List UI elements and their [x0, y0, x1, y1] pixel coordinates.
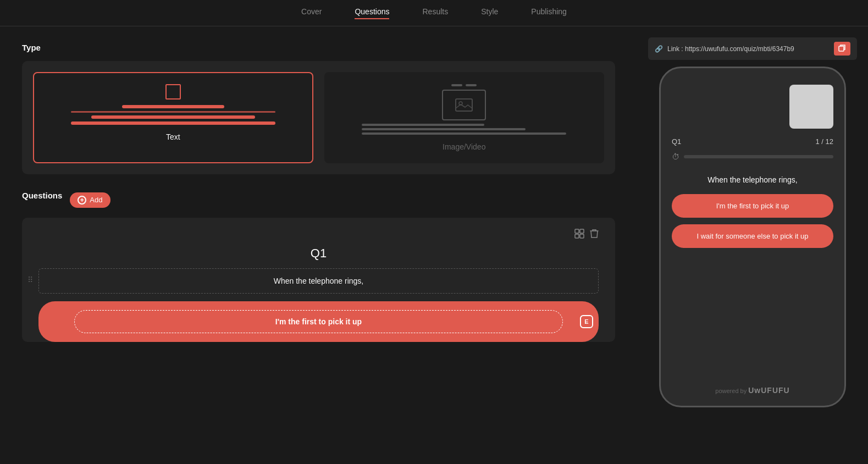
- question-card: ⠿: [22, 218, 615, 342]
- progress-bar-container: ⏱: [672, 152, 833, 161]
- nav-cover[interactable]: Cover: [301, 7, 322, 19]
- phone-question-row: Q1 1 / 12: [672, 137, 833, 146]
- svg-rect-2: [575, 229, 579, 233]
- brand-name: UwUFUFU: [748, 386, 789, 395]
- question-text-field[interactable]: When the telephone rings,: [38, 268, 599, 294]
- image-video-card-label: Image/Video: [443, 142, 485, 151]
- type-card-text[interactable]: Text: [33, 72, 313, 163]
- progress-bar: [684, 155, 833, 158]
- text-lines: [71, 105, 275, 125]
- clock-icon: ⏱: [672, 152, 679, 161]
- text-icon-square: [165, 84, 181, 100]
- phone-question-count: 1 / 12: [815, 137, 833, 146]
- phone-footer: powered by UwUFUFU: [672, 375, 833, 395]
- copy-link-button[interactable]: [834, 42, 850, 56]
- add-question-button[interactable]: + Add: [70, 192, 110, 208]
- expand-button[interactable]: [574, 229, 584, 241]
- text-line-medium: [91, 115, 255, 119]
- questions-section-label: Questions: [22, 191, 62, 200]
- image-type-icon: [336, 84, 593, 135]
- delete-button[interactable]: [590, 229, 599, 241]
- nav-publishing[interactable]: Publishing: [531, 7, 567, 19]
- type-section-label: Type: [22, 43, 615, 52]
- image-dot-2: [466, 84, 477, 86]
- phone-answer-2[interactable]: I wait for someone else to pick it up: [672, 224, 833, 248]
- type-container: Text: [22, 61, 615, 174]
- phone-image-placeholder: [789, 85, 833, 129]
- card-actions: [574, 229, 599, 241]
- phone-answer-1[interactable]: I'm the first to pick it up: [672, 194, 833, 218]
- svg-rect-6: [839, 46, 844, 51]
- link-text: Link : https://uwufufu.com/quiz/mbti/634…: [667, 45, 794, 53]
- add-icon: +: [78, 196, 86, 205]
- nav-style[interactable]: Style: [481, 7, 498, 19]
- answer-border-1: I'm the first to pick it up: [74, 310, 562, 333]
- add-button-label: Add: [90, 196, 102, 204]
- phone-mockup: Q1 1 / 12 ⏱ When the telephone rings, I'…: [659, 67, 846, 407]
- text-card-label: Text: [166, 132, 180, 141]
- drag-handle-icon[interactable]: ⠿: [27, 275, 33, 284]
- top-navigation: Cover Questions Results Style Publishing: [0, 0, 868, 26]
- left-panel: Type Text: [0, 26, 637, 464]
- question-number: Q1: [38, 246, 599, 261]
- link-bar: 🔗 Link : https://uwufufu.com/quiz/mbti/6…: [648, 37, 857, 60]
- text-type-icon: [45, 84, 301, 125]
- text-line-long: [71, 121, 275, 125]
- text-line-thin1: [71, 111, 275, 113]
- questions-section: Questions + Add ⠿: [22, 191, 615, 342]
- link-icon: 🔗: [655, 45, 663, 53]
- type-card-image-video[interactable]: Image/Video: [324, 72, 605, 163]
- answer-option-1[interactable]: I'm the first to pick it up E: [38, 301, 599, 342]
- text-line-short: [122, 105, 224, 108]
- image-dot-1: [451, 84, 462, 86]
- nav-results[interactable]: Results: [422, 7, 448, 19]
- main-layout: Type Text: [0, 26, 868, 464]
- powered-by-text: powered by: [715, 388, 747, 394]
- image-lines: [362, 124, 566, 135]
- image-line-medium: [362, 128, 526, 130]
- svg-rect-3: [580, 229, 584, 233]
- answer-badge-1: E: [580, 315, 593, 328]
- image-icon-top: [451, 84, 477, 86]
- questions-header: Questions + Add: [22, 191, 615, 209]
- svg-rect-5: [580, 234, 584, 238]
- image-line-long: [362, 132, 566, 135]
- answer-label-1: I'm the first to pick it up: [275, 317, 362, 326]
- svg-rect-4: [575, 234, 579, 238]
- image-line-short: [362, 124, 484, 126]
- image-frame: [442, 90, 486, 120]
- question-card-header: [38, 229, 599, 241]
- nav-questions[interactable]: Questions: [355, 7, 389, 19]
- svg-rect-0: [456, 99, 472, 111]
- phone-question-label: Q1: [672, 137, 681, 146]
- right-panel: 🔗 Link : https://uwufufu.com/quiz/mbti/6…: [637, 26, 868, 464]
- phone-question-text: When the telephone rings,: [672, 172, 833, 187]
